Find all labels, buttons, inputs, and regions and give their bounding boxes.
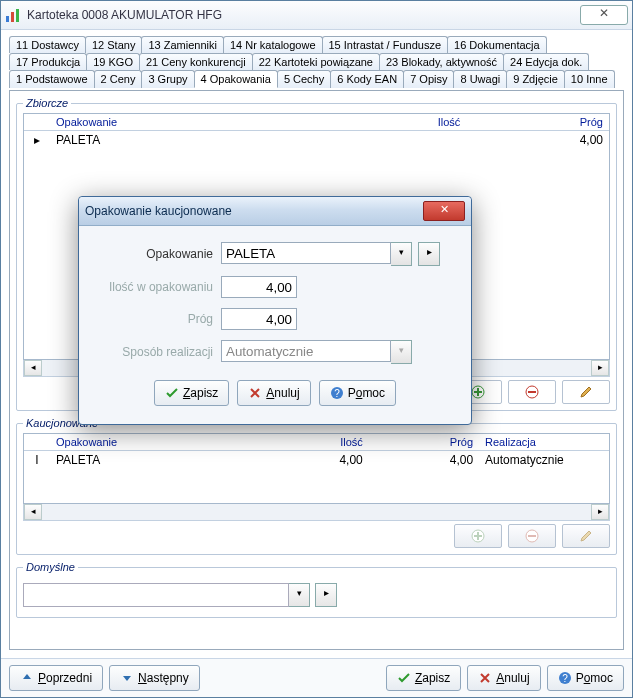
tab-16-dokumentacja[interactable]: 16 Dokumentacja — [447, 36, 547, 53]
label-opakowanie: Opakowanie — [93, 247, 213, 261]
label-prog: Próg — [93, 312, 213, 326]
add-button[interactable] — [454, 524, 502, 548]
help-icon: ? — [558, 671, 572, 685]
tab-1-podstawowe[interactable]: 1 Podstawowe — [9, 70, 95, 88]
modal-opakowanie-kaucjonowane: Opakowanie kaucjonowane ✕ Opakowanie ▾ ▸… — [78, 196, 472, 425]
tab-11-dostawcy[interactable]: 11 Dostawcy — [9, 36, 86, 53]
kaucjonowane-toolbar — [23, 524, 610, 548]
tab-rows: 11 Dostawcy 12 Stany 13 Zamienniki 14 Nr… — [9, 36, 624, 88]
scroll-left-icon[interactable]: ◂ — [24, 360, 42, 376]
delete-button[interactable] — [508, 524, 556, 548]
tab-3-grupy[interactable]: 3 Grupy — [141, 70, 194, 88]
delete-button[interactable] — [508, 380, 556, 404]
help-button[interactable]: ? Pomoc — [547, 665, 624, 691]
footer-toolbar: PPoprzednioprzedni Następny Zapisz Anulu… — [1, 658, 632, 697]
prev-button[interactable]: PPoprzednioprzedni — [9, 665, 103, 691]
cross-icon — [248, 386, 262, 400]
modal-cancel-button[interactable]: Anuluj — [237, 380, 310, 406]
tab-5-cechy[interactable]: 5 Cechy — [277, 70, 331, 88]
group-kaucjonowane: Kaucjonowane Opakowanie Ilość Próg Reali… — [16, 417, 617, 555]
modal-title: Opakowanie kaucjonowane — [85, 204, 423, 218]
tab-24-edycja-dok[interactable]: 24 Edycja dok. — [503, 53, 589, 70]
svg-rect-1 — [11, 12, 14, 22]
scroll-right-icon[interactable]: ▸ — [591, 360, 609, 376]
label-ilosc: Ilość w opakowaniu — [93, 280, 213, 294]
scroll-right-icon[interactable]: ▸ — [591, 504, 609, 520]
cell-prog: 4,00 — [466, 131, 609, 149]
table-row[interactable]: ▸ PALETA 4,00 — [24, 131, 609, 149]
check-icon — [165, 386, 179, 400]
svg-rect-2 — [16, 9, 19, 22]
modal-help-button[interactable]: ? Pomoc — [319, 380, 396, 406]
col-header-opakowanie[interactable]: Opakowanie — [50, 114, 324, 130]
kaucjonowane-hscrollbar[interactable]: ◂ ▸ — [23, 504, 610, 521]
tab-21-ceny-konkurencji[interactable]: 21 Ceny konkurencji — [139, 53, 253, 70]
cross-icon — [478, 671, 492, 685]
arrow-up-icon — [20, 671, 34, 685]
current-row-icon: ▸ — [24, 131, 50, 149]
tab-19-kgo[interactable]: 19 KGO — [86, 53, 140, 70]
edit-button[interactable] — [562, 524, 610, 548]
opakowanie-dropdown-button[interactable]: ▾ — [391, 242, 412, 266]
domyslne-combo: ▾ ▸ — [23, 583, 610, 607]
input-sposob[interactable] — [221, 340, 391, 362]
tab-6-kody-ean[interactable]: 6 Kody EAN — [330, 70, 404, 88]
titlebar: Kartoteka 0008 AKUMULATOR HFG ✕ — [1, 1, 632, 30]
app-icon — [5, 7, 21, 23]
tab-7-opisy[interactable]: 7 Opisy — [403, 70, 454, 88]
table-row[interactable]: I PALETA 4,00 4,00 Automatycznie — [24, 451, 609, 469]
cancel-button[interactable]: Anuluj — [467, 665, 540, 691]
group-zbiorcze-legend: Zbiorcze — [23, 97, 71, 109]
tab-10-inne[interactable]: 10 Inne — [564, 70, 615, 88]
delete-icon — [524, 528, 540, 544]
col-header-realizacja[interactable]: Realizacja — [479, 434, 609, 450]
tab-12-stany[interactable]: 12 Stany — [85, 36, 142, 53]
opakowanie-lookup-button[interactable]: ▸ — [418, 242, 440, 266]
tab-13-zamienniki[interactable]: 13 Zamienniki — [141, 36, 223, 53]
domyslne-lookup-button[interactable]: ▸ — [315, 583, 337, 607]
col-header-opakowanie[interactable]: Opakowanie — [50, 434, 259, 450]
cell-prog: 4,00 — [369, 451, 479, 469]
group-domyslne: Domyślne ▾ ▸ — [16, 561, 617, 618]
svg-text:?: ? — [334, 388, 340, 399]
window-close-button[interactable]: ✕ — [580, 5, 628, 25]
col-header-ilosc[interactable]: Ilość — [324, 114, 467, 130]
cell-realizacja: Automatycznie — [479, 451, 609, 469]
next-button[interactable]: Następny — [109, 665, 200, 691]
input-ilosc[interactable] — [221, 276, 297, 298]
input-prog[interactable] — [221, 308, 297, 330]
tab-9-zdjecie[interactable]: 9 Zdjęcie — [506, 70, 565, 88]
scroll-left-icon[interactable]: ◂ — [24, 504, 42, 520]
group-domyslne-legend: Domyślne — [23, 561, 78, 573]
edit-icon — [578, 384, 594, 400]
add-icon — [470, 384, 486, 400]
svg-text:?: ? — [562, 673, 568, 684]
sposob-dropdown-button[interactable]: ▾ — [391, 340, 412, 364]
tab-14-nr-katalogowe[interactable]: 14 Nr katalogowe — [223, 36, 323, 53]
tab-15-intrastat[interactable]: 15 Intrastat / Fundusze — [322, 36, 449, 53]
tab-4-opakowania[interactable]: 4 Opakowania — [194, 70, 278, 88]
tab-17-produkcja[interactable]: 17 Produkcja — [9, 53, 87, 70]
add-icon — [470, 528, 486, 544]
label-sposob: Sposób realizacji — [93, 345, 213, 359]
edit-button[interactable] — [562, 380, 610, 404]
arrow-down-icon — [120, 671, 134, 685]
col-header-prog[interactable]: Próg — [466, 114, 609, 130]
edit-icon — [578, 528, 594, 544]
modal-save-button[interactable]: Zapisz — [154, 380, 229, 406]
domyslne-dropdown-button[interactable]: ▾ — [289, 583, 310, 607]
modal-close-button[interactable]: ✕ — [423, 201, 465, 221]
save-button[interactable]: Zapisz — [386, 665, 461, 691]
col-header-prog[interactable]: Próg — [369, 434, 479, 450]
window-title: Kartoteka 0008 AKUMULATOR HFG — [27, 8, 580, 22]
tab-8-uwagi[interactable]: 8 Uwagi — [453, 70, 507, 88]
tab-2-ceny[interactable]: 2 Ceny — [94, 70, 143, 88]
cell-opakowanie: PALETA — [50, 131, 324, 149]
domyslne-input[interactable] — [23, 583, 289, 607]
tab-22-kartoteki-powiazane[interactable]: 22 Kartoteki powiązane — [252, 53, 380, 70]
tab-23-blokady[interactable]: 23 Blokady, aktywność — [379, 53, 504, 70]
col-header-ilosc[interactable]: Ilość — [259, 434, 369, 450]
input-opakowanie[interactable] — [221, 242, 391, 264]
svg-rect-0 — [6, 16, 9, 22]
delete-icon — [524, 384, 540, 400]
